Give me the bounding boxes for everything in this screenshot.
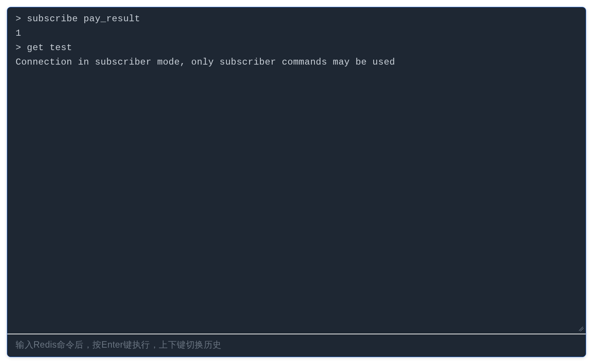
terminal-container: > subscribe pay_result 1 > get test Conn… <box>7 7 586 357</box>
terminal-output[interactable]: > subscribe pay_result 1 > get test Conn… <box>7 7 586 334</box>
command-input[interactable] <box>16 340 577 350</box>
terminal-line: 1 <box>16 26 577 41</box>
input-area <box>7 334 586 357</box>
terminal-line: > subscribe pay_result <box>16 12 577 26</box>
terminal-line: Connection in subscriber mode, only subs… <box>16 55 577 70</box>
terminal-line: > get test <box>16 41 577 55</box>
